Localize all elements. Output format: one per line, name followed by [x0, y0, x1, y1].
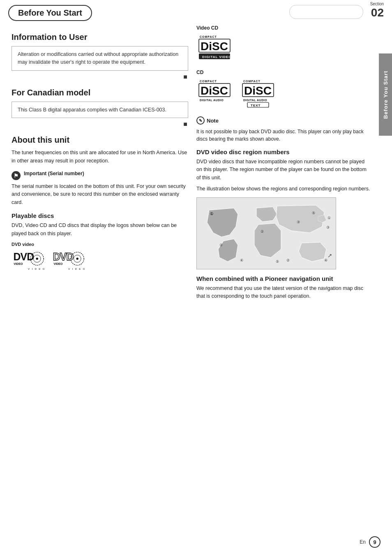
svg-point-4 — [36, 257, 38, 259]
svg-text:④: ④ — [324, 258, 327, 262]
svg-text:④: ④ — [240, 258, 243, 262]
information-heading: Information to User — [12, 32, 188, 42]
note-body: It is not possible to play back DVD audi… — [196, 128, 371, 143]
svg-text:①: ① — [327, 216, 331, 220]
note-box: ✎ Note — [196, 116, 371, 125]
main-content: Information to User Alteration or modifi… — [0, 21, 392, 308]
dvd-region-heading: DVD video disc region numbers — [196, 148, 371, 155]
note-icon: ✎ Note — [196, 116, 219, 125]
region-map-svg: ① ② ② ③ ④ ④ ⑤ ⑤ ① ② ③ — [197, 198, 336, 269]
svg-text:②: ② — [261, 229, 264, 234]
video-cd-logo: COMPACT DiSC DIGITAL VIDEO — [196, 33, 371, 65]
svg-text:DIGITAL AUDIO: DIGITAL AUDIO — [200, 99, 224, 102]
section-number: 02 — [370, 6, 384, 19]
cd-digital-audio-svg: COMPACT DiSC DIGITAL AUDIO — [196, 78, 233, 109]
page-footer: En 9 — [360, 536, 380, 548]
svg-text:COMPACT: COMPACT — [200, 35, 217, 38]
region-map: ① ② ② ③ ④ ④ ⑤ ⑤ ① ② ③ — [196, 197, 336, 269]
svg-text:⑤: ⑤ — [276, 259, 279, 264]
svg-text:⑤: ⑤ — [312, 211, 315, 215]
playable-body: DVD, Video CD and CD discs that display … — [12, 222, 188, 238]
page-number: 9 — [369, 536, 380, 548]
svg-text:②: ② — [219, 243, 223, 247]
video-cd-logo-svg: COMPACT DiSC DIGITAL VIDEO — [196, 33, 233, 64]
svg-text:DIGITAL VIDEO: DIGITAL VIDEO — [202, 55, 231, 59]
dvd-logo-1-svg: DVD VIDEO V I D E O — [12, 249, 44, 272]
cd-logos: COMPACT DiSC DIGITAL AUDIO COMPACT DiSC … — [196, 78, 371, 110]
dvd-label: DVD video — [12, 242, 188, 247]
svg-text:VIDEO: VIDEO — [14, 262, 23, 266]
pioneer-body: We recommend that you use the latest ver… — [196, 285, 371, 301]
svg-text:DIGITAL AUDIO: DIGITAL AUDIO — [243, 99, 267, 102]
svg-text:②: ② — [286, 258, 290, 262]
page-title: Before You Start — [8, 5, 92, 21]
page-header: Before You Start Section 02 — [0, 0, 392, 21]
svg-text:DVD: DVD — [53, 251, 74, 262]
canadian-box: This Class B digital apparatus complies … — [12, 102, 188, 118]
svg-point-10 — [76, 257, 78, 259]
dvd-logo-1: DVD VIDEO V I D E O — [12, 249, 44, 272]
cd-digital-audio-text-svg: COMPACT DiSC DIGITAL AUDIO TEXT — [240, 78, 277, 109]
canadian-heading: For Canadian model — [12, 88, 188, 97]
dot-marker-1: ■ — [12, 73, 187, 81]
pioneer-heading: When combined with a Pioneer navigation … — [196, 275, 371, 282]
note-title: Note — [207, 118, 219, 124]
dvd-logo-2-svg: DVD VIDEO V I D E O — [52, 249, 85, 272]
svg-text:V I D E O: V I D E O — [28, 267, 44, 270]
svg-text:TEXT: TEXT — [251, 104, 261, 107]
dvd-region-body2: The illustration below shows the regions… — [196, 185, 371, 193]
about-body: The tuner frequencies on this unit are a… — [12, 149, 188, 165]
section-label: Section — [370, 2, 384, 6]
right-column: Video CD COMPACT DiSC DIGITAL VIDEO CD — [196, 25, 371, 303]
section-box — [289, 5, 363, 19]
left-column: Information to User Alteration or modifi… — [12, 25, 188, 303]
cd-digital-audio-text-logo: COMPACT DiSC DIGITAL AUDIO TEXT — [240, 78, 277, 110]
playable-heading: Playable discs — [12, 212, 188, 219]
cd-digital-audio-logo: COMPACT DiSC DIGITAL AUDIO — [196, 78, 233, 110]
svg-text:③: ③ — [297, 220, 300, 224]
important-body: The serial number is located on the bott… — [12, 183, 188, 206]
sidebar-label: Before You Start — [379, 53, 392, 136]
dvd-logo-2: DVD VIDEO V I D E O — [52, 249, 85, 272]
footer-lang: En — [360, 539, 366, 545]
svg-text:V I D E O: V I D E O — [68, 267, 85, 270]
svg-text:③: ③ — [326, 225, 330, 229]
video-cd-label: Video CD — [196, 25, 371, 31]
svg-text:COMPACT: COMPACT — [243, 80, 261, 83]
important-title: Important (Serial number) — [24, 171, 84, 176]
svg-text:DiSC: DiSC — [244, 84, 272, 97]
svg-text:①: ① — [210, 212, 213, 216]
svg-text:DiSC: DiSC — [201, 40, 228, 53]
dvd-region-body1: DVD video discs that have incompatible r… — [196, 158, 371, 182]
svg-text:VIDEO: VIDEO — [53, 262, 63, 266]
information-box: Alteration or modifications carried out … — [12, 46, 188, 71]
svg-text:➚: ➚ — [327, 252, 332, 259]
cd-label: CD — [196, 70, 371, 75]
svg-text:COMPACT: COMPACT — [200, 80, 217, 83]
dot-marker-2: ■ — [12, 120, 187, 128]
dvd-logos: DVD VIDEO V I D E O DVD VIDEO — [12, 249, 188, 272]
important-note: ⚑ Important (Serial number) — [12, 171, 188, 180]
important-icon: ⚑ — [12, 171, 21, 180]
about-heading: About this unit — [12, 135, 188, 145]
svg-text:DiSC: DiSC — [201, 84, 228, 97]
